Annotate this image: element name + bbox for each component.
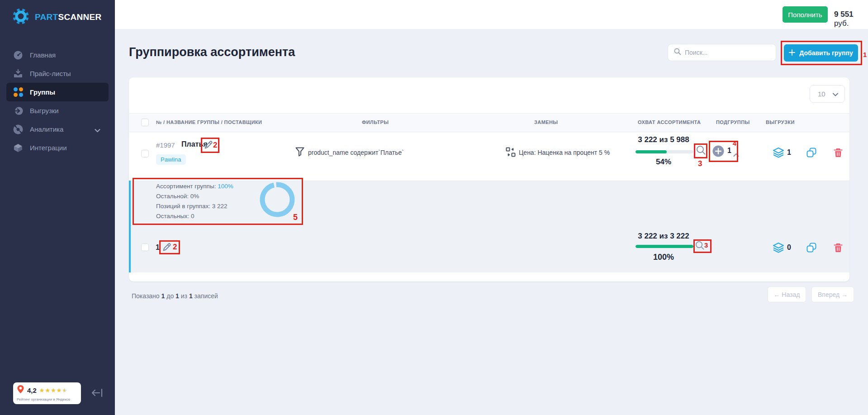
page-size-select[interactable]: 10 (810, 85, 845, 103)
sidebar-item-main[interactable]: Главная (6, 46, 109, 64)
annotation-label-3: 3 (698, 159, 702, 168)
sidebar-item-label: Главная (30, 51, 56, 59)
collapse-sidebar-icon[interactable] (91, 388, 103, 399)
select-all-checkbox[interactable] (141, 119, 149, 126)
group-id: #1997 (156, 141, 175, 149)
copy-icon[interactable] (806, 243, 817, 255)
sidebar-item-groups[interactable]: Группы (6, 83, 109, 101)
layers-icon (773, 147, 784, 160)
row-checkbox[interactable] (141, 243, 149, 251)
column-header-replacements: ЗАМЕНЫ (534, 119, 558, 125)
copy-icon[interactable] (806, 148, 817, 160)
layers-icon (773, 242, 784, 255)
sidebar-item-label: Группы (30, 88, 55, 96)
records-summary: Показано 1 до 1 из 1 записей (132, 292, 218, 300)
annotation-box-1 (781, 41, 862, 65)
topup-button[interactable]: Пополнить (783, 6, 828, 23)
filter-text: product_name содержит`Платье` (308, 149, 404, 156)
chevron-down-icon (95, 126, 100, 134)
balance: 9 551 руб. (834, 10, 868, 28)
rating-value: 4,2 (27, 386, 37, 394)
page-title: Группировка ассортимента (129, 45, 295, 59)
chevron-down-icon (833, 90, 838, 98)
column-header-filters: ФИЛЬТРЫ (362, 119, 389, 125)
sidebar-item-label: Прайс-листы (30, 70, 71, 77)
next-page-button[interactable]: Вперед → (811, 286, 854, 302)
annotation-label-3b: 3 (704, 241, 708, 249)
sidebar-item-label: Интеграции (30, 144, 67, 152)
gear-logo-icon (12, 7, 30, 27)
sidebar-item-integrations[interactable]: Интеграции (6, 138, 109, 157)
sidebar-item-exports[interactable]: Выгрузки (6, 101, 109, 120)
search-icon (674, 48, 681, 57)
sidebar-item-analytics[interactable]: Аналитика (6, 120, 109, 138)
column-header-exports: ВЫГРУЗКИ (766, 119, 795, 125)
pricelists-icon (13, 68, 24, 79)
annotation-label-2b: 2 (173, 243, 177, 252)
annotation-box-5 (133, 178, 303, 225)
star-rating-icon: ★★★★★★★★★★ (39, 387, 68, 393)
annotation-box-3b (693, 239, 711, 253)
prev-page-button[interactable]: ← Назад (768, 286, 806, 302)
sidebar-item-label: Аналитика (30, 125, 63, 133)
coverage-percent: 100% (627, 253, 700, 262)
coverage-progressbar (636, 245, 693, 248)
gauge-icon (13, 50, 24, 61)
yandex-rating-widget[interactable]: 4,2 ★★★★★★★★★★ Рейтинг организации в Янд… (13, 382, 81, 404)
integrations-icon (13, 143, 24, 153)
exports-icon (13, 105, 24, 116)
search-box (668, 44, 776, 61)
analytics-icon (13, 124, 24, 135)
column-header-subgroups: ПОДГРУППЫ (716, 119, 750, 125)
filter-funnel-icon (295, 147, 304, 158)
exports-count: 1 (787, 148, 791, 157)
annotation-label-1: 1 (863, 51, 867, 58)
map-pin-icon (17, 385, 24, 396)
app-logo-text: PARTSCANNER (35, 12, 102, 22)
replacement-text: Цена: Наценка на процент 5 % (519, 149, 610, 156)
coverage-progressbar (636, 150, 693, 153)
column-header-name: № / НАЗВАНИЕ ГРУППЫ / ПОСТАВЩИКИ (156, 119, 262, 125)
rating-caption: Рейтинг организации в Яндексе (17, 397, 77, 401)
supplier-badge[interactable]: Pawlina (156, 154, 186, 165)
expanded-accent-bar (129, 181, 131, 272)
coverage-numbers: 3 222 из 3 222 (627, 232, 700, 241)
sidebar: PARTSCANNER Главная Прайс-листы Группы В… (0, 0, 115, 415)
column-header-coverage: ОХВАТ АССОРТИМЕНТА (638, 119, 701, 125)
row-checkbox[interactable] (141, 150, 149, 157)
groups-icon (13, 87, 24, 98)
topbar: Пополнить 9 551 руб. Евгений (115, 0, 868, 29)
replacement-swap-icon (506, 147, 516, 159)
exports-count: 0 (787, 243, 791, 252)
sidebar-item-pricelists[interactable]: Прайс-листы (6, 64, 109, 83)
annotation-label-4: 4 (733, 140, 736, 147)
coverage-percent: 54% (627, 157, 700, 167)
annotation-label-5: 5 (293, 213, 298, 222)
delete-icon[interactable] (834, 243, 843, 255)
search-input[interactable] (685, 49, 766, 56)
annotation-box-3 (694, 143, 707, 158)
app-logo[interactable]: PARTSCANNER (12, 7, 102, 27)
delete-icon[interactable] (834, 148, 843, 160)
coverage-numbers: 3 222 из 5 988 (627, 135, 700, 144)
annotation-label-2: 2 (213, 141, 217, 150)
sidebar-item-label: Выгрузки (30, 107, 59, 114)
